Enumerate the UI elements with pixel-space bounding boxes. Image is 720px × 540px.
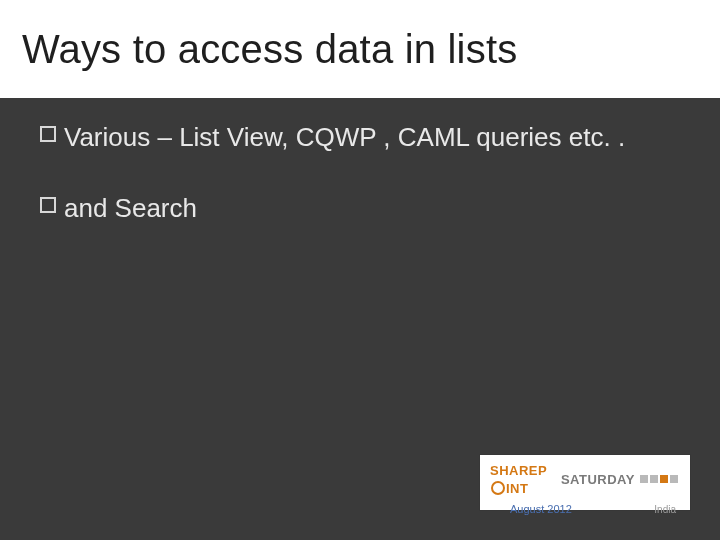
logo-o-icon bbox=[491, 481, 505, 495]
logo-bottom-row: August 2012 India bbox=[490, 503, 680, 515]
bullet-text: and Search bbox=[64, 191, 197, 226]
slide: Ways to access data in lists Various – L… bbox=[0, 0, 720, 540]
bullet-text: Various – List View, CQWP , CAML queries… bbox=[64, 120, 625, 155]
slide-title: Ways to access data in lists bbox=[22, 27, 517, 72]
slide-body: Various – List View, CQWP , CAML queries… bbox=[40, 120, 680, 262]
logo-region: India bbox=[654, 504, 676, 515]
logo-squares-icon bbox=[640, 475, 678, 483]
logo-text-sharepoint: SHAREPINT bbox=[490, 461, 556, 497]
bullet-marker-icon bbox=[40, 126, 56, 142]
bullet-item: Various – List View, CQWP , CAML queries… bbox=[40, 120, 680, 155]
logo-date: August 2012 bbox=[510, 503, 572, 515]
logo-word-mid: INT bbox=[506, 481, 528, 496]
logo-word-right: SATURDAY bbox=[561, 472, 635, 487]
logo-word-left: SHAREP bbox=[490, 463, 547, 478]
footer-logo: SHAREPINT SATURDAY August 2012 India bbox=[480, 455, 690, 510]
title-band: Ways to access data in lists bbox=[0, 0, 720, 98]
bullet-item: and Search bbox=[40, 191, 680, 226]
bullet-marker-icon bbox=[40, 197, 56, 213]
logo-top-row: SHAREPINT SATURDAY bbox=[490, 461, 680, 497]
